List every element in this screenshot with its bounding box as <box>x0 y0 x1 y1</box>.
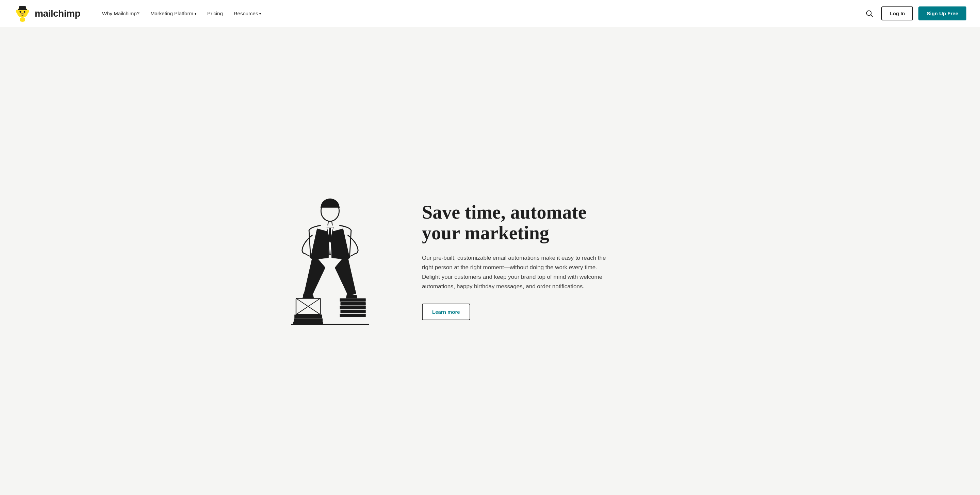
login-button[interactable]: Log In <box>881 6 913 21</box>
svg-rect-23 <box>340 302 366 306</box>
svg-rect-9 <box>18 9 27 10</box>
hero-title: Save time, automate your marketing <box>422 202 612 244</box>
nav-item-resources[interactable]: Resources ▾ <box>230 8 266 19</box>
nav-item-pricing[interactable]: Pricing <box>203 8 227 19</box>
chevron-down-icon: ▾ <box>259 12 261 16</box>
brand-name: mailchimp <box>35 8 80 19</box>
hero-content: Save time, automate your marketing Our p… <box>422 202 612 320</box>
navbar: mailchimp Why Mailchimp? Marketing Platf… <box>0 0 980 27</box>
hero-container: Save time, automate your marketing Our p… <box>252 27 728 495</box>
svg-point-5 <box>22 13 23 14</box>
nav-item-why-mailchimp[interactable]: Why Mailchimp? <box>98 8 143 19</box>
svg-point-6 <box>16 10 19 13</box>
nav-item-marketing-platform[interactable]: Marketing Platform ▾ <box>146 8 200 19</box>
hero-description: Our pre-built, customizable email automa… <box>422 253 612 291</box>
chevron-down-icon: ▾ <box>195 12 196 16</box>
svg-rect-25 <box>340 310 366 313</box>
svg-rect-22 <box>340 298 366 302</box>
logo-link[interactable]: mailchimp <box>14 5 80 22</box>
svg-rect-26 <box>340 314 366 317</box>
nav-links: Why Mailchimp? Marketing Platform ▾ Pric… <box>98 8 853 19</box>
svg-point-4 <box>21 13 22 14</box>
search-button[interactable] <box>863 7 876 20</box>
nav-actions: Log In Sign Up Free <box>863 6 966 21</box>
signup-button[interactable]: Sign Up Free <box>918 6 966 21</box>
search-icon <box>865 10 873 17</box>
learn-more-button[interactable]: Learn more <box>422 304 470 320</box>
hero-illustration <box>266 193 395 329</box>
logo-icon <box>14 5 31 22</box>
svg-rect-19 <box>294 314 322 318</box>
svg-rect-20 <box>294 319 323 322</box>
hero-section: Save time, automate your marketing Our p… <box>0 27 980 495</box>
svg-point-7 <box>27 10 29 13</box>
svg-point-2 <box>24 11 25 13</box>
hero-figure-icon <box>275 193 385 329</box>
svg-line-12 <box>871 14 873 17</box>
svg-rect-24 <box>340 306 366 309</box>
